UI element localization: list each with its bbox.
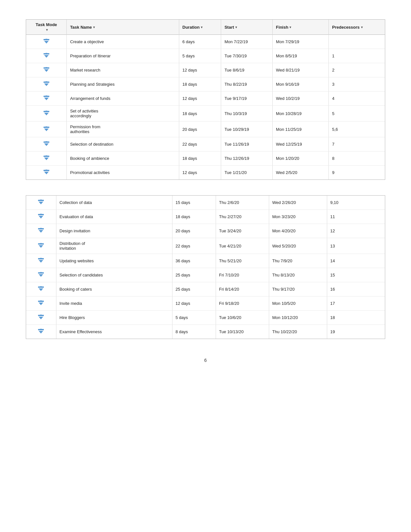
cell-duration: 5 days bbox=[172, 311, 216, 325]
start-dropdown-arrow[interactable]: ▾ bbox=[235, 25, 237, 29]
finish-dropdown-arrow[interactable]: ▾ bbox=[289, 25, 291, 29]
cell-predecessors: 7 bbox=[329, 137, 385, 151]
cell-predecessors: 8 bbox=[329, 151, 385, 166]
svg-marker-16 bbox=[44, 113, 49, 115]
svg-rect-29 bbox=[45, 169, 47, 170]
col-header-finish[interactable]: Finish ▾ bbox=[273, 20, 329, 35]
cell-predecessors: 9,10 bbox=[327, 196, 385, 210]
cell-task-name: Preparation of Itinerar bbox=[67, 49, 179, 63]
cell-finish: Thu 10/22/20 bbox=[269, 325, 327, 339]
table1: Task Mode ▾ Task Name ▾ Duration ▾ bbox=[26, 19, 385, 180]
cell-mode bbox=[26, 151, 67, 166]
cell-start: Mon 7/22/19 bbox=[221, 35, 273, 49]
cell-mode bbox=[26, 311, 56, 325]
col-header-name[interactable]: Task Name ▾ bbox=[67, 20, 179, 35]
cell-duration: 18 days bbox=[172, 210, 216, 224]
cell-start: Tue 9/17/19 bbox=[221, 92, 273, 106]
cell-predecessors: 13 bbox=[327, 238, 385, 254]
cell-start: Fri 8/14/20 bbox=[216, 282, 269, 296]
table-row: Set of activitiesaccordingly18 daysThu 1… bbox=[26, 106, 385, 121]
pred-dropdown-arrow[interactable]: ▾ bbox=[361, 25, 363, 29]
cell-mode bbox=[26, 63, 67, 77]
name-dropdown-arrow[interactable]: ▾ bbox=[93, 25, 95, 29]
svg-rect-53 bbox=[40, 300, 42, 301]
col-header-duration[interactable]: Duration ▾ bbox=[179, 20, 221, 35]
cell-task-name: Examine Effectiveness bbox=[56, 325, 172, 339]
svg-marker-28 bbox=[44, 172, 49, 174]
table2: Collection of data15 daysThu 2/6/20Wed 2… bbox=[26, 195, 385, 339]
cell-finish: Mon 9/16/19 bbox=[273, 77, 329, 92]
task-mode-icon bbox=[43, 38, 50, 46]
table-row: Examine Effectiveness8 daysTue 10/13/20T… bbox=[26, 325, 385, 339]
col-header-predecessors[interactable]: Predecessors ▾ bbox=[329, 20, 385, 35]
svg-rect-35 bbox=[40, 214, 42, 214]
table-row: Selection of destination22 daysTue 11/26… bbox=[26, 137, 385, 151]
table-row: Preparation of Itinerar5 daysTue 7/30/19… bbox=[26, 49, 385, 63]
svg-marker-55 bbox=[39, 317, 43, 319]
svg-rect-26 bbox=[45, 155, 47, 156]
svg-marker-52 bbox=[39, 303, 43, 305]
cell-start: Thu 5/21/20 bbox=[216, 254, 269, 268]
col-header-mode[interactable]: Task Mode ▾ bbox=[26, 20, 67, 35]
table-row: Invite media12 daysFri 9/18/20Mon 10/5/2… bbox=[26, 296, 385, 311]
cell-mode bbox=[26, 137, 67, 151]
svg-marker-43 bbox=[39, 260, 43, 263]
cell-finish: Thu 7/9/20 bbox=[269, 254, 327, 268]
cell-predecessors: 3 bbox=[329, 77, 385, 92]
cell-predecessors: 14 bbox=[327, 254, 385, 268]
cell-finish: Wed 5/20/20 bbox=[269, 238, 327, 254]
task-mode-icon bbox=[43, 169, 50, 177]
mode-dropdown-arrow[interactable]: ▾ bbox=[46, 28, 48, 32]
cell-finish: Mon 10/5/20 bbox=[269, 296, 327, 311]
cell-duration: 25 days bbox=[172, 282, 216, 296]
cell-start: Fri 7/10/20 bbox=[216, 268, 269, 282]
table-row: Permission fromauthorities20 daysTue 10/… bbox=[26, 121, 385, 137]
cell-finish: Wed 8/21/19 bbox=[273, 63, 329, 77]
svg-marker-19 bbox=[44, 129, 49, 131]
cell-duration: 12 days bbox=[179, 63, 221, 77]
cell-start: Tue 3/24/20 bbox=[216, 224, 269, 238]
col-header-start[interactable]: Start ▾ bbox=[221, 20, 273, 35]
table-row: Promotional activities12 daysTue 1/21/20… bbox=[26, 166, 385, 180]
svg-rect-17 bbox=[45, 111, 47, 111]
svg-marker-40 bbox=[39, 245, 43, 248]
svg-rect-44 bbox=[40, 258, 42, 258]
svg-marker-46 bbox=[39, 274, 43, 277]
cell-predecessors: 2 bbox=[329, 63, 385, 77]
task-mode-icon bbox=[37, 242, 44, 250]
cell-finish: Wed 12/25/19 bbox=[273, 137, 329, 151]
cell-finish: Mon 10/12/20 bbox=[269, 311, 327, 325]
cell-task-name: Market research bbox=[67, 63, 179, 77]
svg-rect-50 bbox=[40, 286, 42, 287]
cell-mode bbox=[26, 296, 56, 311]
cell-start: Thu 10/3/19 bbox=[221, 106, 273, 121]
table-row: Booking of ambience18 daysThu 12/26/19Mo… bbox=[26, 151, 385, 166]
cell-mode bbox=[26, 92, 67, 106]
cell-predecessors: 5,6 bbox=[329, 121, 385, 137]
cell-duration: 22 days bbox=[172, 238, 216, 254]
svg-rect-32 bbox=[40, 199, 42, 200]
task-mode-icon bbox=[37, 198, 44, 207]
svg-marker-10 bbox=[44, 83, 49, 86]
cell-finish: Mon 7/29/19 bbox=[273, 35, 329, 49]
table-row: Design invitation20 daysTue 3/24/20Mon 4… bbox=[26, 224, 385, 238]
table-row: Market research12 daysTue 8/6/19Wed 8/21… bbox=[26, 63, 385, 77]
cell-finish: Mon 4/20/20 bbox=[269, 224, 327, 238]
cell-start: Thu 8/22/19 bbox=[221, 77, 273, 92]
cell-start: Thu 2/6/20 bbox=[216, 196, 269, 210]
cell-duration: 20 days bbox=[172, 224, 216, 238]
svg-marker-13 bbox=[44, 98, 49, 100]
svg-rect-23 bbox=[45, 141, 47, 142]
duration-dropdown-arrow[interactable]: ▾ bbox=[201, 25, 202, 29]
cell-predecessors: 15 bbox=[327, 268, 385, 282]
svg-rect-5 bbox=[45, 53, 47, 53]
svg-rect-41 bbox=[40, 243, 42, 244]
cell-task-name: Selection of destination bbox=[67, 137, 179, 151]
task-mode-icon bbox=[37, 299, 44, 307]
table-row: Evaluation of data18 daysThu 2/27/20Mon … bbox=[26, 210, 385, 224]
task-mode-icon bbox=[43, 94, 50, 102]
cell-task-name: Selection of candidates bbox=[56, 268, 172, 282]
cell-duration: 12 days bbox=[179, 92, 221, 106]
cell-finish: Wed 2/26/20 bbox=[269, 196, 327, 210]
cell-predecessors: 1 bbox=[329, 49, 385, 63]
